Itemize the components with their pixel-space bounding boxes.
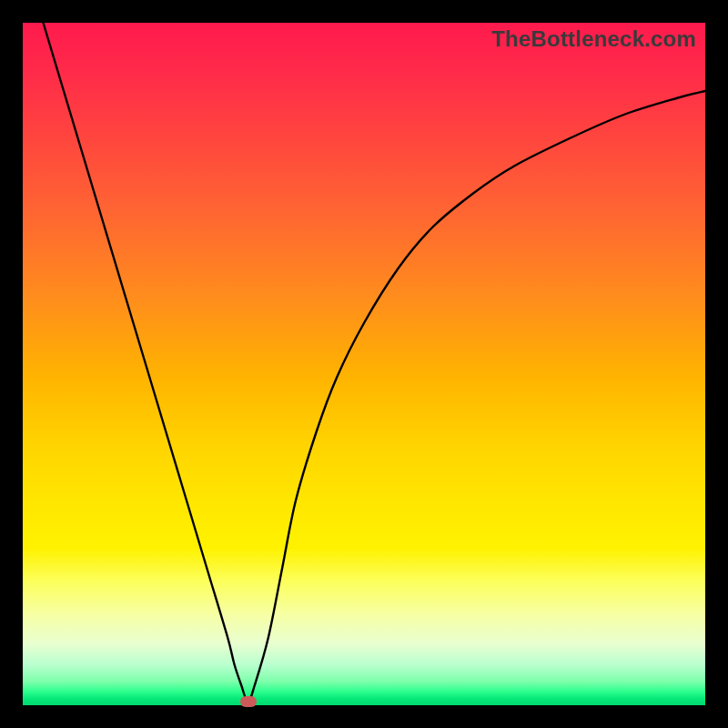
chart-frame: TheBottleneck.com: [0, 0, 728, 728]
bottleneck-curve: [44, 23, 706, 702]
optimal-point-marker: [240, 696, 257, 707]
curve-layer: [23, 23, 705, 705]
